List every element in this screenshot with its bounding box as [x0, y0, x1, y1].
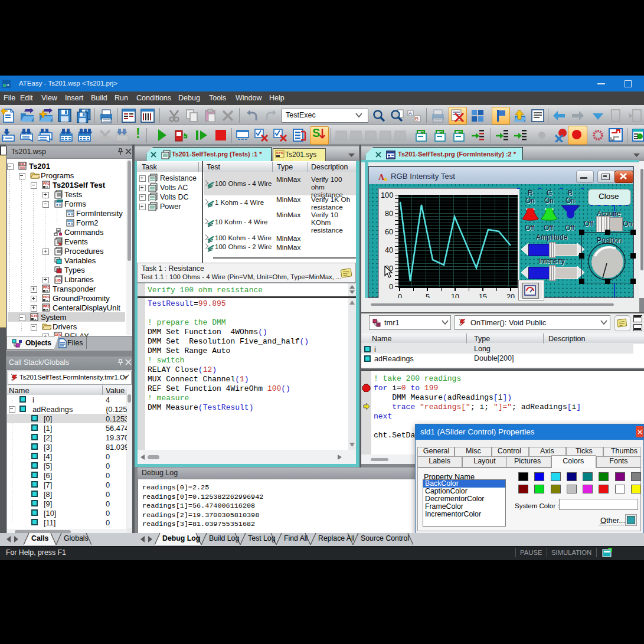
svg-text:LIB: LIB — [55, 279, 61, 282]
svg-text:DRV: DRV — [55, 333, 62, 336]
svg-text:SYS: SYS — [276, 151, 283, 155]
svg-text:PRG: PRG — [43, 286, 50, 289]
svg-text:B: B — [415, 116, 419, 122]
svg-text:PRG: PRG — [43, 182, 50, 185]
svg-text:A: A — [408, 110, 412, 116]
svg-text:PRG: PRG — [43, 305, 50, 308]
svg-text:a: a — [6, 82, 9, 87]
svg-text:A: A — [378, 173, 385, 182]
svg-text:PRG: PRG — [43, 295, 50, 299]
svg-text:PRJ: PRJ — [19, 162, 26, 166]
svg-text:SYS: SYS — [31, 314, 38, 318]
